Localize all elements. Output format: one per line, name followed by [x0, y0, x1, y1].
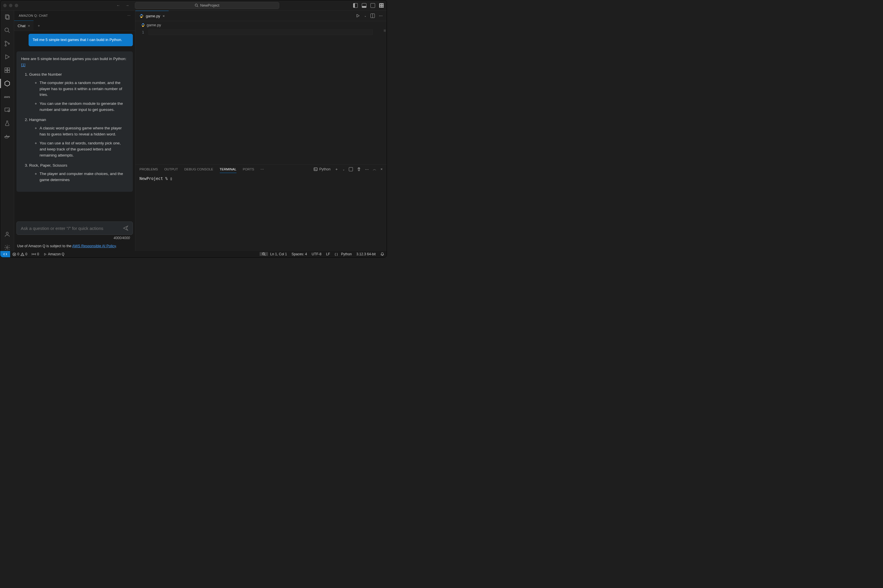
terminal-profile[interactable]: Python [313, 167, 331, 171]
new-terminal-icon[interactable]: ＋ [335, 167, 339, 172]
svg-marker-14 [4, 81, 9, 86]
status-zoom[interactable] [259, 252, 268, 256]
breadcrumb-file[interactable]: game.py [147, 23, 161, 27]
status-notifications-icon[interactable] [378, 252, 387, 256]
svg-rect-24 [314, 168, 317, 171]
editor-tab[interactable]: game.py × [135, 10, 169, 21]
chat-tab[interactable]: Chat × [14, 21, 33, 31]
svg-marker-9 [6, 55, 9, 59]
policy-link[interactable]: AWS Responsible AI Policy [72, 244, 116, 248]
send-icon[interactable] [123, 225, 129, 231]
python-file-icon [141, 23, 145, 27]
run-debug-icon[interactable] [4, 53, 10, 60]
editor-tab-label: game.py [146, 14, 160, 18]
close-tab-icon[interactable]: × [28, 24, 30, 28]
chat-scroll[interactable]: Tell me 5 simple text games that I can b… [14, 31, 135, 219]
command-center[interactable]: NewProject [135, 2, 279, 9]
split-editor-icon[interactable] [370, 14, 375, 18]
source-control-icon[interactable] [4, 40, 10, 47]
tab-terminal[interactable]: TERMINAL [220, 168, 237, 173]
accounts-icon[interactable] [4, 231, 10, 238]
terminal-prompt: NewProject % ▯ [139, 176, 172, 181]
svg-rect-10 [4, 68, 7, 70]
run-dropdown-icon[interactable]: ⌄ [364, 14, 366, 17]
close-panel-icon[interactable]: × [381, 167, 382, 171]
customize-layout-icon[interactable] [379, 3, 384, 8]
assistant-message: Here are 5 simple text-based games you c… [16, 51, 133, 192]
policy-text: Use of Amazon Q is subject to the AWS Re… [14, 242, 135, 251]
user-message: Tell me 5 simple text games that I can b… [28, 34, 133, 46]
search-icon[interactable] [4, 27, 10, 34]
citation-link[interactable]: [1] [21, 63, 25, 67]
status-amazon-q[interactable]: Amazon Q [41, 251, 67, 257]
close-editor-tab-icon[interactable]: × [163, 14, 165, 18]
status-indent[interactable]: Spaces: 4 [289, 252, 309, 256]
search-icon [195, 3, 198, 7]
tab-output[interactable]: OUTPUT [164, 168, 178, 171]
docker-icon[interactable] [4, 133, 10, 140]
terminal[interactable]: NewProject % ▯ [135, 174, 387, 251]
status-language[interactable]: { } Python [332, 252, 354, 256]
svg-point-7 [5, 45, 6, 46]
status-interpreter[interactable]: 3.12.3 64-bit [354, 252, 378, 256]
nav-forward-icon[interactable]: → [125, 3, 129, 8]
svg-line-5 [8, 31, 9, 33]
project-name: NewProject [200, 3, 219, 8]
chat-input[interactable] [21, 226, 123, 231]
remote-explorer-icon[interactable] [4, 106, 10, 114]
panel-overflow-icon[interactable]: ⋯ [261, 167, 264, 171]
tab-ports[interactable]: PORTS [243, 168, 254, 171]
maximize-panel-icon[interactable]: ︿ [373, 167, 376, 172]
panel-more-icon[interactable]: ⋯ [127, 14, 131, 18]
char-count: 4000/4000 [16, 235, 133, 241]
svg-marker-23 [357, 15, 360, 17]
status-eol[interactable]: LF [324, 252, 332, 256]
title-bar: ← → NewProject [0, 0, 387, 10]
layout-panel-icon[interactable] [362, 3, 366, 8]
svg-rect-11 [4, 70, 7, 72]
editor-more-icon[interactable]: ⋯ [379, 14, 382, 18]
amazon-q-icon[interactable] [4, 80, 10, 87]
tab-debug-console[interactable]: DEBUG CONSOLE [184, 168, 213, 171]
layout-primary-sidebar-icon[interactable] [353, 3, 358, 8]
tab-problems[interactable]: PROBLEMS [139, 168, 158, 171]
kill-terminal-icon[interactable] [357, 167, 361, 171]
bottom-panel: PROBLEMS OUTPUT DEBUG CONSOLE TERMINAL P… [135, 164, 387, 251]
svg-line-1 [197, 6, 198, 7]
svg-point-6 [5, 41, 6, 42]
aws-icon[interactable]: aws [4, 93, 10, 100]
explorer-icon[interactable] [4, 14, 10, 21]
svg-rect-20 [6, 135, 7, 136]
layout-secondary-sidebar-icon[interactable] [370, 3, 375, 8]
svg-point-4 [4, 28, 8, 32]
add-chat-tab-icon[interactable]: ＋ [33, 23, 44, 28]
window-controls[interactable] [3, 4, 18, 7]
panel-title: AMAZON Q: CHAT [19, 14, 48, 17]
editor-group: game.py × ⌄ ⋯ game.py 1 PROBLEMS OUTPUT [135, 10, 387, 251]
svg-point-22 [6, 247, 8, 248]
svg-rect-12 [7, 70, 9, 72]
terminal-more-icon[interactable]: ⋯ [365, 167, 369, 171]
status-encoding[interactable]: UTF-8 [309, 252, 324, 256]
terminal-dropdown-icon[interactable]: ⌄ [342, 168, 345, 171]
activity-bar: aws [0, 10, 14, 251]
nav-back-icon[interactable]: ← [116, 3, 120, 8]
status-problems[interactable]: 0 0 [10, 251, 30, 257]
chat-tab-label: Chat [18, 24, 25, 28]
split-terminal-icon[interactable] [349, 167, 353, 171]
testing-icon[interactable] [4, 120, 10, 127]
chat-input-box[interactable] [16, 222, 133, 235]
status-cursor[interactable]: Ln 1, Col 1 [268, 252, 289, 256]
status-ports[interactable]: 0 [30, 251, 41, 257]
svg-point-21 [6, 232, 8, 234]
svg-point-0 [195, 4, 198, 6]
run-file-icon[interactable] [356, 14, 360, 18]
settings-gear-icon[interactable] [4, 244, 10, 251]
minimap[interactable] [382, 29, 387, 164]
code-editor[interactable]: 1 [135, 29, 387, 164]
svg-point-8 [8, 43, 9, 45]
remote-button[interactable] [0, 251, 10, 257]
extensions-icon[interactable] [4, 67, 10, 74]
svg-marker-27 [45, 253, 46, 255]
python-file-icon [139, 14, 144, 18]
